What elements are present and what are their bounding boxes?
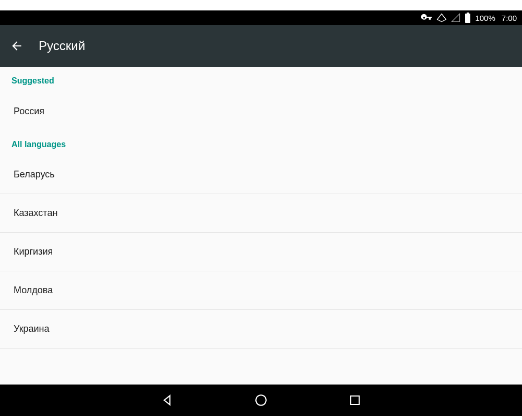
status-bar: 100% 7:00	[0, 10, 522, 25]
cell-signal-icon	[451, 13, 460, 22]
list-item-label: Киргизия	[14, 246, 53, 257]
app-bar: Русский	[0, 25, 522, 67]
svg-rect-1	[467, 13, 469, 14]
status-clock: 7:00	[502, 14, 517, 22]
content-scroll[interactable]: Suggested Россия All languages Беларусь …	[0, 67, 522, 385]
language-option-kyrgyzstan[interactable]: Киргизия	[0, 233, 522, 271]
nav-home-button[interactable]	[253, 392, 269, 408]
triangle-back-icon	[160, 393, 174, 407]
list-item-label: Беларусь	[14, 169, 55, 180]
section-header-all: All languages	[0, 130, 522, 155]
circle-home-icon	[254, 393, 268, 407]
navigation-bar	[0, 385, 522, 416]
screen: 100% 7:00 Русский Suggested Россия All l…	[0, 0, 522, 420]
list-item-label: Россия	[14, 106, 44, 117]
battery-percent: 100%	[475, 14, 495, 22]
nav-back-button[interactable]	[159, 392, 175, 408]
svg-point-2	[256, 395, 266, 405]
page-title: Русский	[39, 39, 85, 53]
nav-recent-button[interactable]	[347, 392, 363, 408]
back-button[interactable]	[9, 39, 24, 53]
language-option-russia[interactable]: Россия	[0, 92, 522, 130]
list-item-label: Украина	[14, 323, 50, 334]
svg-rect-0	[465, 14, 470, 23]
wifi-outline-icon	[436, 13, 447, 23]
list-item-label: Казахстан	[14, 208, 57, 219]
square-recent-icon	[349, 394, 361, 406]
language-option-kazakhstan[interactable]: Казахстан	[0, 194, 522, 233]
svg-rect-3	[351, 396, 359, 404]
vpn-key-icon	[421, 12, 432, 23]
bottom-frame-gap	[0, 416, 522, 420]
top-frame-gap	[0, 0, 522, 10]
language-option-ukraine[interactable]: Украина	[0, 310, 522, 349]
language-option-belarus[interactable]: Беларусь	[0, 155, 522, 194]
battery-full-icon	[465, 13, 471, 23]
arrow-back-icon	[10, 39, 23, 53]
language-option-moldova[interactable]: Молдова	[0, 271, 522, 310]
section-header-suggested: Suggested	[0, 67, 522, 92]
list-item-label: Молдова	[14, 285, 53, 296]
